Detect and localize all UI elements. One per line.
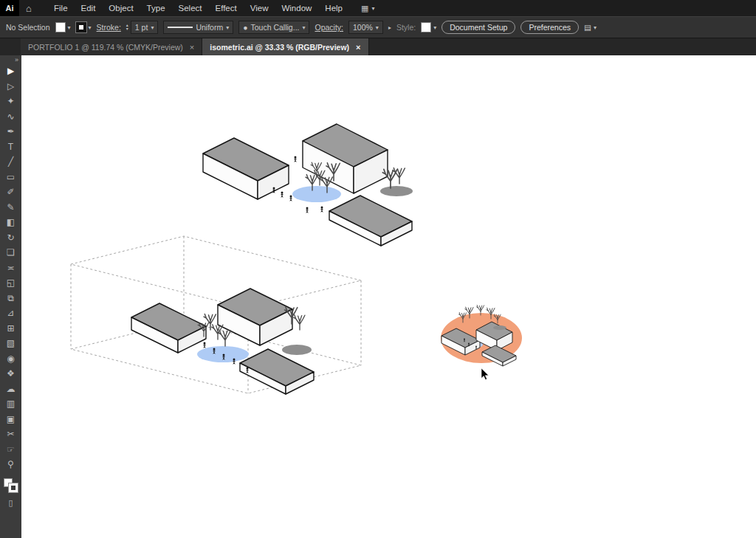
tree-shadow-ellipse <box>380 186 413 196</box>
stroke-color-swatch[interactable] <box>9 483 18 492</box>
fill-stroke-indicator[interactable] <box>4 478 18 492</box>
artboard-view[interactable] <box>21 55 755 538</box>
paintbrush-tool[interactable]: ✐ <box>2 184 20 200</box>
eraser-tool[interactable]: ◧ <box>2 215 20 230</box>
tab-label: isometric.ai @ 33.33 % (RGB/Preview) <box>210 43 349 52</box>
chevron-down-icon: ▾ <box>594 24 597 31</box>
chevron-down-icon: ▾ <box>68 24 71 31</box>
menu-bar: Ai ⌂ File Edit Object Type Select Effect… <box>0 0 756 16</box>
tree-shadow-ellipse <box>282 345 312 355</box>
pen-tool[interactable]: ✒ <box>2 124 20 139</box>
menu-window[interactable]: Window <box>275 0 318 16</box>
opacity-panel-link[interactable]: Opacity: <box>315 23 343 32</box>
menu-file[interactable]: File <box>47 0 75 16</box>
blend-tool[interactable]: ❖ <box>2 366 20 382</box>
fill-color-dropdown[interactable]: ▾ <box>55 22 71 32</box>
selection-status: No Selection <box>6 23 50 32</box>
close-icon[interactable]: × <box>356 43 360 52</box>
scale-tool[interactable]: ❏ <box>2 245 20 261</box>
artwork-building-group-small[interactable] <box>441 306 522 367</box>
stroke-weight-value: 1 pt <box>135 23 148 32</box>
perspective-grid-tool[interactable]: ⊿ <box>2 306 20 321</box>
tab-label: PORTFOLIO 1 @ 119.74 % (CMYK/Preview) <box>28 43 183 52</box>
slice-tool[interactable]: ✂ <box>2 427 20 442</box>
menu-object[interactable]: Object <box>102 0 140 16</box>
close-icon[interactable]: × <box>190 43 194 52</box>
chevron-down-icon: ▾ <box>433 24 436 31</box>
width-profile-preview <box>168 27 193 28</box>
variable-width-profile-dropdown[interactable]: Uniform ▾ <box>163 21 233 34</box>
symbol-sprayer-tool[interactable]: ☁ <box>2 382 20 397</box>
brush-definition-dropdown[interactable]: ● Touch Callig... ▾ <box>238 21 309 34</box>
align-icon: ▤ <box>584 23 591 32</box>
mesh-tool[interactable]: ⊞ <box>2 321 20 337</box>
free-transform-tool[interactable]: ◱ <box>2 275 20 291</box>
chevron-down-icon: ▾ <box>126 27 128 31</box>
menu-select[interactable]: Select <box>172 0 209 16</box>
tab-isometric-document[interactable]: isometric.ai @ 33.33 % (RGB/Preview) × <box>202 38 368 55</box>
stroke-weight-control[interactable]: ▴ ▾ 1 pt ▾ <box>126 21 159 34</box>
style-label: Style: <box>396 23 416 32</box>
hand-tool[interactable]: ☞ <box>2 442 20 458</box>
artboard-tool[interactable]: ▣ <box>2 412 20 427</box>
shaper-tool[interactable]: ✎ <box>2 200 20 215</box>
line-segment-tool[interactable]: ╱ <box>2 154 20 170</box>
chevron-down-icon: ▾ <box>89 24 92 31</box>
canvas[interactable] <box>21 55 756 538</box>
stroke-color-dropdown[interactable]: ▾ <box>76 22 92 32</box>
illustrator-logo: Ai <box>0 0 19 16</box>
pond-ellipse[interactable] <box>292 186 341 202</box>
zoom-tool[interactable]: ⚲ <box>2 457 20 472</box>
lasso-tool[interactable]: ∿ <box>2 109 20 125</box>
document-setup-button[interactable]: Document Setup <box>441 21 515 34</box>
preferences-button[interactable]: Preferences <box>520 21 579 34</box>
rectangle-tool[interactable]: ▭ <box>2 170 20 185</box>
fill-swatch <box>55 22 66 32</box>
panel-arrow-icon[interactable]: ▸ <box>388 24 391 31</box>
width-tool[interactable]: ≍ <box>2 261 20 276</box>
opacity-value: 100% <box>353 23 373 32</box>
direct-selection-tool[interactable]: ▷ <box>2 79 20 94</box>
menu-type[interactable]: Type <box>140 0 172 16</box>
gradient-tool[interactable]: ▧ <box>2 336 20 351</box>
selection-tool[interactable]: ▶ <box>2 63 20 79</box>
width-profile-value: Uniform <box>196 23 223 32</box>
opacity-dropdown[interactable]: 100% ▾ <box>348 21 383 34</box>
stroke-panel-link[interactable]: Stroke: <box>97 23 121 32</box>
chevron-down-icon: ▾ <box>376 24 379 31</box>
menu-view[interactable]: View <box>244 0 275 16</box>
mouse-cursor <box>481 368 489 380</box>
workspace-icon: ▦ <box>361 4 368 13</box>
graphic-style-dropdown[interactable]: ▾ <box>421 22 436 32</box>
type-tool[interactable]: T <box>2 139 20 155</box>
brush-definition-value: Touch Callig... <box>251 23 300 32</box>
rotate-tool[interactable]: ↻ <box>2 230 20 246</box>
chevron-down-icon: ▾ <box>302 24 305 31</box>
tree-shadow-ellipse <box>493 325 506 330</box>
magic-wand-tool[interactable]: ✦ <box>2 94 20 109</box>
document-tab-bar: PORTFOLIO 1 @ 119.74 % (CMYK/Preview) × … <box>0 38 756 55</box>
align-options-dropdown[interactable]: ▤ ▾ <box>584 23 597 32</box>
workspace-switcher[interactable]: ▦ ▾ <box>361 4 374 13</box>
tools-panel: » ▶ ▷ ✦ ∿ ✒ T ╱ ▭ ✐ ✎ ◧ ↻ ❏ ≍ ◱ ⧉ ⊿ ⊞ ▧ … <box>0 55 21 538</box>
menu-effect[interactable]: Effect <box>209 0 244 16</box>
eyedropper-tool[interactable]: ◉ <box>2 351 20 367</box>
chevron-down-icon: ▾ <box>151 24 154 31</box>
screen-mode-icon[interactable]: ▯ <box>8 498 13 508</box>
control-bar: No Selection ▾ ▾ Stroke: ▴ ▾ 1 pt ▾ Unif… <box>0 16 756 38</box>
column-graph-tool[interactable]: ▥ <box>2 396 20 412</box>
brush-preview-icon: ● <box>243 23 247 32</box>
menu-help[interactable]: Help <box>318 0 349 16</box>
collapse-panel-icon[interactable]: » <box>15 56 18 63</box>
home-icon[interactable]: ⌂ <box>19 3 38 14</box>
artwork-building-group-middle[interactable] <box>131 289 314 394</box>
stroke-weight-stepper[interactable]: ▴ ▾ <box>126 24 128 31</box>
tab-portfolio-document[interactable]: PORTFOLIO 1 @ 119.74 % (CMYK/Preview) × <box>21 38 202 55</box>
artwork-building-group-top[interactable] <box>203 124 413 246</box>
menu-edit[interactable]: Edit <box>75 0 103 16</box>
chevron-down-icon: ▾ <box>226 24 229 31</box>
stroke-swatch <box>76 22 86 32</box>
menu-list: File Edit Object Type Select Effect View… <box>47 0 349 16</box>
chevron-down-icon: ▾ <box>371 5 374 12</box>
shape-builder-tool[interactable]: ⧉ <box>2 291 20 306</box>
